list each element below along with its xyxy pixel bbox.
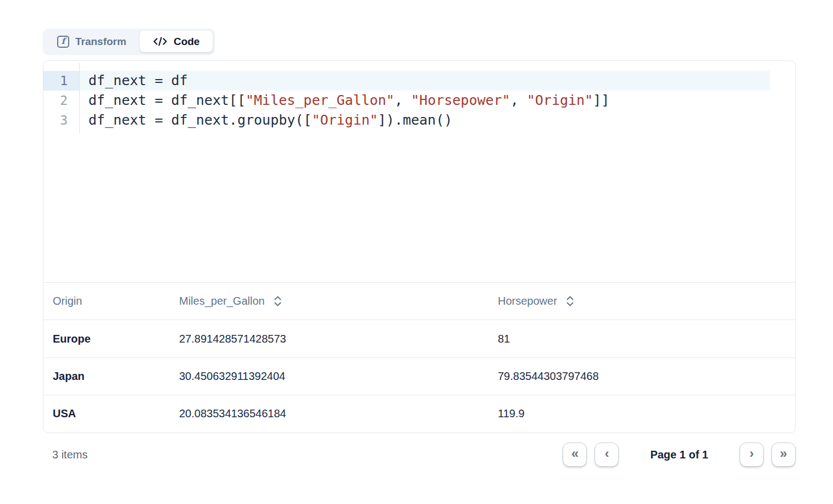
- cell-miles-per-gallon: 30.450632911392404: [179, 370, 498, 383]
- code-line[interactable]: 2df_next = df_next[["Miles_per_Gallon", …: [43, 91, 795, 110]
- next-page-button[interactable]: ›: [740, 443, 764, 467]
- column-header-label: Origin: [53, 295, 82, 307]
- cell-horsepower: 119.9: [498, 407, 786, 420]
- cell-horsepower: 81: [498, 333, 786, 345]
- cell-miles-per-gallon: 20.083534136546184: [179, 407, 498, 420]
- tab-code-label: Code: [174, 36, 200, 48]
- code-line-text: df_next = df_next.groupby(["Origin"]).me…: [80, 110, 770, 130]
- gutter-divider: [79, 63, 80, 133]
- first-page-button[interactable]: «: [563, 443, 587, 467]
- last-page-button[interactable]: »: [771, 443, 796, 467]
- row-origin: Japan: [53, 370, 179, 383]
- row-origin: USA: [53, 407, 179, 420]
- column-header-origin[interactable]: Origin: [53, 295, 179, 307]
- sort-icon: [274, 295, 282, 307]
- line-number: 2: [43, 91, 80, 110]
- tab-transform-label: Transform: [75, 36, 126, 48]
- sort-icon: [566, 295, 574, 307]
- column-header-label: Miles_per_Gallon: [179, 295, 265, 307]
- chevron-right-icon: ›: [749, 447, 754, 460]
- sort-button[interactable]: [274, 295, 282, 307]
- code-line[interactable]: 3df_next = df_next.groupby(["Origin"]).m…: [43, 110, 795, 130]
- table-footer: 3 items « ‹ Page 1 of 1 › »: [43, 438, 796, 471]
- code-editor[interactable]: 1df_next = df2df_next = df_next[["Miles_…: [43, 61, 795, 283]
- column-header-label: Horsepower: [498, 295, 557, 307]
- items-count: 3 items: [52, 449, 87, 461]
- column-header-miles-per-gallon[interactable]: Miles_per_Gallon: [179, 295, 498, 307]
- row-origin: Europe: [53, 333, 179, 345]
- code-icon: [153, 37, 168, 46]
- code-line[interactable]: 1df_next = df: [43, 71, 795, 91]
- previous-page-button[interactable]: ‹: [595, 443, 619, 467]
- code-line-text: df_next = df: [80, 71, 770, 91]
- tab-transform[interactable]: f Transform: [45, 31, 138, 52]
- table-body: Europe27.89142857142857381Japan30.450632…: [43, 320, 795, 432]
- table-row: Europe27.89142857142857381: [43, 320, 795, 357]
- chevrons-left-icon: «: [571, 447, 579, 460]
- chevrons-right-icon: »: [780, 447, 787, 460]
- line-number: 1: [43, 71, 80, 91]
- cell-miles-per-gallon: 27.891428571428573: [179, 333, 498, 345]
- sort-button[interactable]: [566, 295, 574, 307]
- tab-code[interactable]: Code: [140, 31, 213, 52]
- column-header-horsepower[interactable]: Horsepower: [498, 295, 786, 307]
- page-indicator: Page 1 of 1: [650, 449, 708, 461]
- table-row: USA20.083534136546184119.9: [43, 395, 795, 432]
- function-icon: f: [57, 36, 69, 48]
- code-lines: 1df_next = df2df_next = df_next[["Miles_…: [43, 71, 795, 130]
- chevron-left-icon: ‹: [604, 447, 609, 460]
- main-panel: 1df_next = df2df_next = df_next[["Miles_…: [43, 60, 796, 433]
- line-number: 3: [43, 110, 80, 130]
- view-toggle: f Transform Code: [43, 29, 215, 54]
- code-line-text: df_next = df_next[["Miles_per_Gallon", "…: [80, 91, 770, 110]
- pagination: « ‹ Page 1 of 1 › »: [563, 443, 796, 467]
- result-table: Origin Miles_per_Gallon Horsepower: [43, 283, 795, 432]
- table-row: Japan30.45063291139240479.83544303797468: [43, 357, 795, 395]
- table-header-row: Origin Miles_per_Gallon Horsepower: [43, 283, 795, 320]
- cell-horsepower: 79.83544303797468: [498, 370, 786, 383]
